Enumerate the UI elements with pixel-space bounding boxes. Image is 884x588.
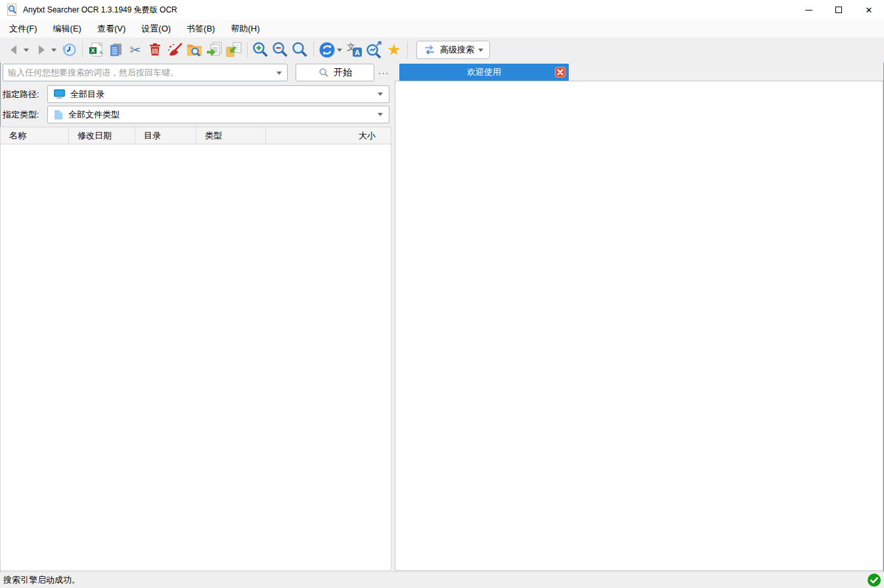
refresh-dropdown[interactable] bbox=[336, 39, 343, 60]
search-in-folder-icon bbox=[186, 41, 203, 58]
search-in-folder-button[interactable] bbox=[185, 39, 204, 60]
search-more-button[interactable]: ··· bbox=[376, 64, 391, 81]
results-panel: 名称 修改日期 目录 类型 大小 bbox=[0, 127, 391, 571]
menu-bookmarks[interactable]: 书签(B) bbox=[179, 20, 223, 37]
search-history-dropdown[interactable] bbox=[276, 72, 282, 75]
back-dropdown[interactable] bbox=[22, 39, 30, 60]
start-search-button[interactable]: 开始 bbox=[296, 64, 374, 81]
forward-icon bbox=[35, 43, 48, 56]
maximize-icon bbox=[835, 7, 842, 13]
path-combobox-dropdown bbox=[378, 93, 383, 96]
cut-button[interactable]: ✂ bbox=[126, 39, 144, 60]
translate-icon: 文A bbox=[346, 41, 363, 58]
export-result-icon bbox=[206, 41, 223, 58]
results-list[interactable] bbox=[1, 144, 391, 571]
favorites-icon: ★ bbox=[387, 42, 401, 58]
svg-text:X: X bbox=[91, 47, 95, 54]
path-combobox-value: 全部目录 bbox=[70, 89, 104, 100]
column-header-directory[interactable]: 目录 bbox=[135, 127, 196, 144]
column-header-modified-date[interactable]: 修改日期 bbox=[69, 127, 135, 144]
refresh-index-button[interactable] bbox=[318, 39, 336, 60]
status-message: 搜索引擎启动成功。 bbox=[3, 574, 80, 586]
zoom-out-icon bbox=[271, 41, 290, 59]
advanced-search-icon bbox=[423, 43, 436, 56]
status-ok-icon bbox=[868, 574, 881, 588]
toolbar-separator bbox=[313, 42, 314, 58]
toolbar-separator bbox=[407, 42, 408, 58]
forward-button[interactable] bbox=[32, 39, 51, 60]
zoom-in-button[interactable] bbox=[252, 39, 270, 60]
clean-icon bbox=[166, 41, 183, 58]
minimize-icon bbox=[805, 10, 812, 10]
type-filter-label: 指定类型: bbox=[3, 106, 46, 123]
back-button[interactable] bbox=[5, 39, 23, 60]
close-icon: ✕ bbox=[866, 6, 873, 14]
start-search-label: 开始 bbox=[334, 67, 352, 79]
delete-button[interactable] bbox=[146, 39, 164, 60]
menu-file[interactable]: 文件(F) bbox=[1, 20, 45, 37]
close-button[interactable]: ✕ bbox=[854, 0, 884, 20]
file-type-icon bbox=[54, 110, 63, 120]
window-title: Anytxt Searcher OCR 1.3.1949 免费版 OCR bbox=[23, 5, 177, 16]
zoom-in-icon bbox=[252, 41, 270, 59]
history-button[interactable] bbox=[60, 39, 78, 60]
type-combobox-value: 全部文件类型 bbox=[68, 109, 120, 121]
menu-settings[interactable]: 设置(O) bbox=[133, 20, 179, 37]
search-input[interactable] bbox=[8, 64, 267, 81]
tab-close-icon bbox=[557, 69, 564, 75]
toolbar: Xa, ✂ 文A ★ 高级搜索 bbox=[0, 37, 884, 62]
type-combobox-dropdown bbox=[378, 113, 383, 116]
type-combobox[interactable]: 全部文件类型 bbox=[47, 106, 389, 123]
menu-view[interactable]: 查看(V) bbox=[89, 20, 133, 37]
results-table-header: 名称 修改日期 目录 类型 大小 bbox=[1, 127, 391, 144]
advanced-search-label: 高级搜索 bbox=[440, 44, 474, 56]
export-result-button[interactable] bbox=[205, 39, 223, 60]
tab-welcome-label: 欢迎使用 bbox=[467, 66, 501, 78]
svg-text:a,: a, bbox=[99, 49, 104, 55]
fuzzy-search-icon bbox=[365, 41, 384, 59]
zoom-default-button[interactable] bbox=[291, 39, 309, 60]
menu-bar: 文件(F) 编辑(E) 查看(V) 设置(O) 书签(B) 帮助(H) bbox=[0, 20, 884, 37]
path-combobox[interactable]: 全部目录 bbox=[47, 85, 389, 103]
maximize-button[interactable] bbox=[824, 0, 854, 20]
computer-icon bbox=[54, 89, 65, 99]
status-bar: 搜索引擎启动成功。 bbox=[0, 572, 884, 588]
zoom-default-icon bbox=[291, 41, 309, 59]
fuzzy-search-button[interactable] bbox=[365, 39, 384, 60]
copy-document-icon bbox=[108, 42, 123, 58]
export-excel-icon: Xa, bbox=[88, 42, 104, 58]
delete-icon bbox=[147, 42, 163, 58]
path-filter-label: 指定路径: bbox=[3, 85, 46, 103]
app-icon bbox=[6, 3, 18, 16]
minimize-button[interactable] bbox=[793, 0, 824, 20]
advanced-search-button[interactable]: 高级搜索 bbox=[416, 41, 490, 59]
column-header-name[interactable]: 名称 bbox=[1, 127, 69, 144]
title-bar: Anytxt Searcher OCR 1.3.1949 免费版 OCR ✕ bbox=[0, 0, 884, 20]
svg-text:A: A bbox=[355, 49, 360, 56]
window-controls: ✕ bbox=[793, 0, 884, 20]
refresh-index-icon bbox=[318, 41, 336, 59]
clean-button[interactable] bbox=[166, 39, 184, 60]
advanced-search-dropdown bbox=[478, 49, 483, 52]
welcome-content-panel[interactable] bbox=[395, 81, 883, 571]
forward-dropdown[interactable] bbox=[50, 39, 58, 60]
column-header-size[interactable]: 大小 bbox=[266, 127, 391, 144]
search-box bbox=[3, 64, 288, 81]
cut-icon: ✂ bbox=[130, 43, 141, 56]
menu-help[interactable]: 帮助(H) bbox=[223, 20, 267, 37]
column-header-type[interactable]: 类型 bbox=[196, 127, 266, 144]
export-excel-button[interactable]: Xa, bbox=[87, 39, 105, 60]
zoom-out-button[interactable] bbox=[271, 39, 290, 60]
open-file-location-icon bbox=[225, 41, 242, 58]
translate-button[interactable]: 文A bbox=[345, 39, 364, 60]
copy-document-button[interactable] bbox=[106, 39, 125, 60]
open-file-location-button[interactable] bbox=[225, 39, 243, 60]
menu-edit[interactable]: 编辑(E) bbox=[45, 20, 89, 37]
favorites-button[interactable]: ★ bbox=[385, 39, 403, 60]
tab-close-button[interactable] bbox=[555, 67, 565, 77]
search-icon bbox=[318, 67, 330, 79]
toolbar-separator bbox=[82, 42, 83, 58]
tab-welcome[interactable]: 欢迎使用 bbox=[399, 64, 569, 81]
anytxt-searcher-window: { "window": { "title": "Anytxt Searcher … bbox=[0, 0, 884, 588]
history-icon bbox=[60, 41, 77, 58]
